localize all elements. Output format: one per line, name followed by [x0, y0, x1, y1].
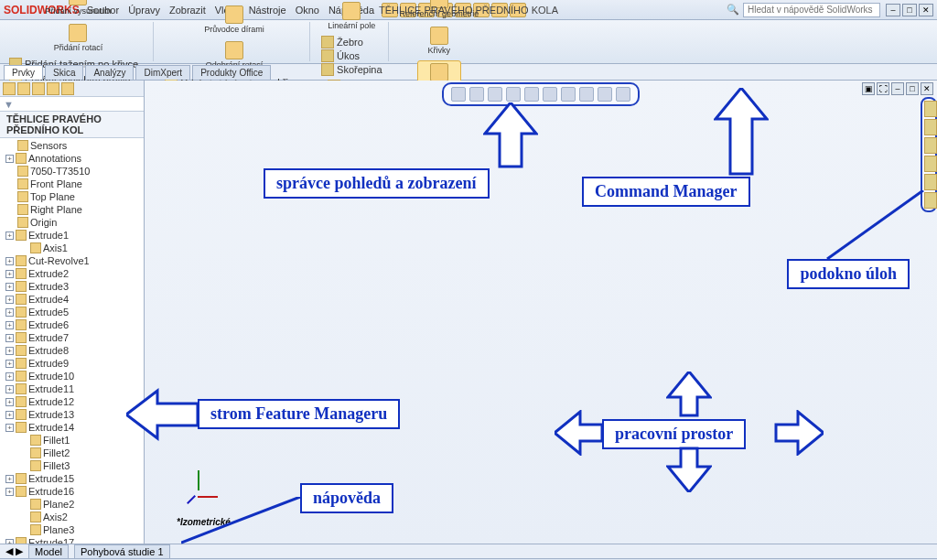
- menu-window[interactable]: Okno: [296, 5, 319, 16]
- zoom-fit-icon[interactable]: [451, 87, 466, 102]
- tree-item-frontplane[interactable]: Front Plane: [0, 178, 144, 190]
- fm-tab-display[interactable]: [61, 82, 74, 95]
- expand-icon[interactable]: +: [5, 488, 14, 496]
- tree-item-extrude17[interactable]: +Extrude17: [0, 536, 144, 544]
- expand-icon[interactable]: +: [5, 385, 14, 393]
- expand-icon[interactable]: +: [5, 257, 14, 265]
- expand-icon[interactable]: +: [5, 283, 14, 291]
- taskpane-palette-icon[interactable]: [924, 156, 937, 172]
- tree-item-origin[interactable]: Origin: [0, 216, 144, 229]
- tree-root[interactable]: TĚHLICE PRAVÉHO PŘEDNÍHO KOL: [0, 112, 144, 138]
- tree-item-axis1[interactable]: Axis1: [0, 242, 144, 254]
- tab-sketch[interactable]: Skica: [45, 65, 83, 80]
- prev-view-icon[interactable]: [488, 87, 502, 102]
- viewport-single-icon[interactable]: ▣: [862, 82, 875, 95]
- viewport-link-icon[interactable]: ⛶: [877, 82, 889, 95]
- tree-item-extrude7[interactable]: +Extrude7: [0, 331, 144, 344]
- curves-button[interactable]: Křivky: [426, 25, 453, 58]
- tree-item-axis2[interactable]: Axis2: [0, 511, 144, 523]
- expand-icon[interactable]: +: [5, 334, 14, 342]
- tree-item-extrude11[interactable]: +Extrude11: [0, 382, 144, 395]
- expand-icon[interactable]: +: [5, 539, 14, 544]
- tree-body[interactable]: Sensors+Annotations7050-T73510Front Plan…: [0, 138, 144, 544]
- tree-item-fillet2[interactable]: Fillet2: [0, 447, 144, 459]
- linear-pattern-button[interactable]: Lineární pole: [326, 0, 377, 32]
- expand-icon[interactable]: +: [5, 296, 14, 304]
- shell[interactable]: Skořepina: [319, 63, 384, 76]
- tree-item-extrude6[interactable]: +Extrude6: [0, 318, 144, 331]
- expand-icon[interactable]: +: [5, 232, 14, 240]
- tree-item-fillet1[interactable]: Fillet1: [0, 434, 144, 447]
- tree-item-extrude3[interactable]: +Extrude3: [0, 280, 144, 293]
- tree-item-annotations[interactable]: +Annotations: [0, 152, 144, 165]
- bottom-tab-model[interactable]: Model: [28, 544, 69, 559]
- taskpane-explorer-icon[interactable]: [924, 137, 937, 154]
- minimize-button[interactable]: –: [886, 4, 900, 16]
- tree-item-extrude5[interactable]: +Extrude5: [0, 306, 144, 318]
- tree-item-extrude14[interactable]: +Extrude14: [0, 421, 144, 434]
- hide-show-icon[interactable]: [561, 87, 576, 102]
- tree-item-extrude12[interactable]: +Extrude12: [0, 395, 144, 408]
- taskpane-library-icon[interactable]: [924, 119, 937, 135]
- fm-tab-property[interactable]: [17, 82, 30, 95]
- expand-icon[interactable]: +: [5, 360, 14, 368]
- tree-item-extrude15[interactable]: +Extrude15: [0, 472, 144, 485]
- taskpane-appearances-icon[interactable]: [924, 174, 937, 190]
- tree-item-7050t73510[interactable]: 7050-T73510: [0, 165, 144, 178]
- display-style-icon[interactable]: [543, 87, 557, 102]
- expand-icon[interactable]: +: [5, 372, 14, 381]
- expand-icon[interactable]: +: [5, 424, 14, 432]
- taskpane-resources-icon[interactable]: [924, 101, 937, 117]
- menu-view[interactable]: Zobrazit: [169, 5, 206, 16]
- tree-item-extrude16[interactable]: +Extrude16: [0, 485, 144, 498]
- tree-item-sensors[interactable]: Sensors: [0, 139, 144, 152]
- tab-office[interactable]: Produkty Office: [192, 65, 271, 80]
- tree-item-plane3[interactable]: Plane3: [0, 523, 144, 536]
- fm-tab-tree[interactable]: [3, 82, 16, 95]
- viewport-close-icon[interactable]: ✕: [921, 82, 933, 95]
- expand-icon[interactable]: +: [5, 411, 14, 419]
- viewport-min-icon[interactable]: –: [891, 82, 904, 95]
- tree-item-rightplane[interactable]: Right Plane: [0, 203, 144, 216]
- expand-icon[interactable]: +: [5, 270, 14, 278]
- draft[interactable]: Úkos: [319, 49, 384, 62]
- tree-item-extrude1[interactable]: +Extrude1: [0, 229, 144, 242]
- fm-tab-dimxpert[interactable]: [47, 82, 59, 95]
- bottom-tab-nav[interactable]: ◀ ▶: [5, 545, 23, 557]
- graphics-viewport[interactable]: ▣ ⛶ – □ ✕ *Izometrické správce pohledů a…: [145, 81, 937, 544]
- expand-icon[interactable]: +: [5, 321, 14, 329]
- section-view-icon[interactable]: [506, 87, 521, 102]
- scene-icon[interactable]: [579, 87, 594, 102]
- tree-filter[interactable]: ▼: [0, 97, 144, 112]
- appearance-icon[interactable]: [598, 87, 612, 102]
- view-settings-icon[interactable]: [616, 87, 630, 102]
- view-orient-icon[interactable]: [524, 87, 539, 102]
- tab-features[interactable]: Prvky: [4, 65, 43, 80]
- expand-icon[interactable]: +: [5, 475, 14, 483]
- expand-icon[interactable]: +: [5, 308, 14, 317]
- bottom-tab-motion[interactable]: Pohybová studie 1: [74, 544, 170, 559]
- tree-item-fillet3[interactable]: Fillet3: [0, 459, 144, 472]
- zoom-area-icon[interactable]: [469, 87, 484, 102]
- tree-item-topplane[interactable]: Top Plane: [0, 190, 144, 203]
- tree-item-extrude8[interactable]: +Extrude8: [0, 344, 144, 357]
- search-input[interactable]: [743, 3, 880, 17]
- tab-dimxpert[interactable]: DimXpert: [135, 65, 190, 80]
- tree-item-extrude10[interactable]: +Extrude10: [0, 370, 144, 382]
- hole-wizard-button[interactable]: Průvodce dírami: [202, 4, 266, 37]
- maximize-button[interactable]: □: [902, 4, 917, 16]
- tab-evaluate[interactable]: Analýzy: [85, 65, 134, 80]
- revolve-boss-button[interactable]: Přidání rotací: [52, 22, 105, 55]
- viewport-max-icon[interactable]: □: [906, 82, 919, 95]
- fm-tab-config[interactable]: [32, 82, 45, 95]
- tree-item-plane2[interactable]: Plane2: [0, 498, 144, 511]
- expand-icon[interactable]: +: [5, 398, 14, 406]
- tree-item-extrude9[interactable]: +Extrude9: [0, 357, 144, 370]
- close-button[interactable]: ✕: [919, 4, 933, 16]
- tree-item-extrude13[interactable]: +Extrude13: [0, 408, 144, 421]
- expand-icon[interactable]: +: [5, 347, 14, 355]
- rib[interactable]: Žebro: [319, 36, 384, 48]
- tree-item-extrude2[interactable]: +Extrude2: [0, 267, 144, 280]
- expand-icon[interactable]: +: [5, 155, 14, 163]
- tree-item-cutrevolve1[interactable]: +Cut-Revolve1: [0, 254, 144, 267]
